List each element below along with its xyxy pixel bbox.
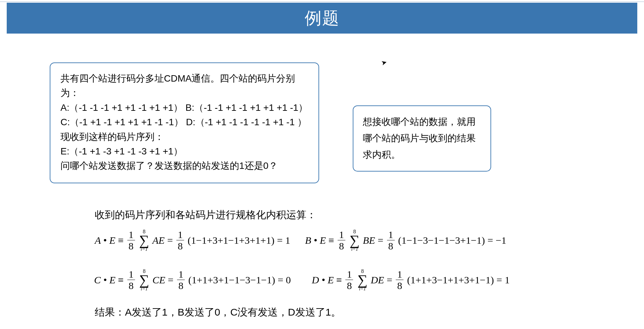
one-eighth: 1 8: [127, 269, 135, 291]
one-eighth: 1 8: [387, 229, 395, 251]
equiv-sign: ≡: [329, 235, 334, 246]
formula-B-term: BE: [363, 235, 375, 246]
one-eighth: 1 8: [177, 269, 185, 291]
formula-C-term: CE: [153, 274, 165, 285]
equals-sign: =: [387, 274, 392, 285]
formula-D: D • E ≡ 1 8 8 ∑ i=1 DE = 1 8 (1+1+3−1+1+…: [312, 269, 510, 291]
solution-heading: 收到的码片序列和各站码片进行规格化内积运算：: [95, 208, 316, 222]
frac-den: 8: [396, 280, 403, 291]
one-eighth: 1 8: [338, 229, 345, 251]
frac-den: 8: [338, 240, 345, 251]
sigma: 8 ∑ i=1: [139, 269, 149, 291]
frac-den: 8: [345, 280, 353, 291]
problem-box: 共有四个站进行码分多址CDMA通信。四个站的码片分别为： A:（-1 -1 -1…: [50, 62, 319, 183]
formula-B-lhs: B • E: [305, 235, 326, 246]
frac-den: 8: [177, 280, 185, 291]
formula-D-expansion: (1+1+3−1+1+3+1−1) = 1: [407, 274, 510, 285]
formula-B: B • E ≡ 1 8 8 ∑ i=1 BE = 1 8 (1−1−3−1−1−…: [305, 229, 506, 252]
frac-num: 1: [176, 229, 184, 240]
frac-num: 1: [387, 229, 395, 240]
banner-title: 例题: [305, 7, 340, 30]
problem-line-2: A:（-1 -1 -1 +1 +1 -1 +1 +1） B:（-1 -1 +1 …: [60, 100, 308, 115]
formula-B-expansion: (1−1−3−1−1−3+1−1) = −1: [398, 235, 506, 246]
formula-A-term: AE: [153, 235, 165, 246]
equiv-sign: ≡: [118, 274, 124, 285]
formula-A-expansion: (1−1+3+1−1+3+1+1) = 1: [188, 235, 290, 246]
mouse-cursor-icon: ➤: [380, 58, 388, 67]
formula-C-lhs: C • E: [94, 274, 116, 285]
formula-A: A • E ≡ 1 8 8 ∑ i=1 AE = 1 8 (1−1+3+1−1+…: [95, 229, 290, 252]
frac-den: 8: [176, 240, 184, 251]
formula-A-lhs: A • E: [95, 235, 116, 246]
frac-num: 1: [177, 269, 185, 280]
one-eighth: 1 8: [127, 229, 135, 251]
equals-sign: =: [167, 235, 173, 246]
one-eighth: 1 8: [345, 269, 353, 291]
frac-den: 8: [127, 280, 135, 291]
sigma-icon: ∑: [350, 234, 360, 247]
formula-D-term: DE: [371, 274, 384, 285]
equals-sign: =: [168, 274, 174, 285]
frac-den: 8: [387, 240, 395, 251]
one-eighth: 1 8: [176, 229, 184, 251]
sigma: 8 ∑ i=1: [357, 269, 368, 291]
frac-den: 8: [127, 240, 135, 251]
sigma-icon: ∑: [139, 234, 149, 247]
frac-num: 1: [127, 269, 135, 280]
frac-num: 1: [345, 269, 353, 280]
title-banner: 例题: [7, 3, 637, 34]
formula-C-expansion: (1+1+3+1−1−3−1−1) = 0: [188, 274, 291, 285]
top-rule: [0, 0, 644, 2]
problem-line-1: 共有四个站进行码分多址CDMA通信。四个站的码片分别为：: [60, 71, 308, 100]
problem-line-5: E:（-1 +1 -3 +1 -1 -3 +1 +1）: [60, 144, 308, 158]
frac-num: 1: [338, 229, 345, 240]
frac-num: 1: [396, 269, 403, 280]
problem-line-3: C:（-1 +1 -1 +1 +1 +1 -1 -1） D:（-1 +1 -1 …: [60, 115, 308, 129]
formula-C: C • E ≡ 1 8 8 ∑ i=1 CE = 1 8 (1+1+3+1−1−…: [94, 269, 291, 291]
result-line: 结果：A发送了1，B发送了0，C没有发送，D发送了1。: [95, 306, 341, 319]
one-eighth: 1 8: [396, 269, 403, 291]
sigma: 8 ∑ i=1: [350, 229, 360, 252]
hint-text: 想接收哪个站的数据，就用哪个站的码片与收到的结果求内积。: [363, 116, 476, 160]
hint-box: 想接收哪个站的数据，就用哪个站的码片与收到的结果求内积。: [353, 105, 491, 172]
equiv-sign: ≡: [336, 274, 342, 285]
frac-num: 1: [127, 229, 135, 240]
sigma-icon: ∑: [357, 274, 368, 287]
sigma-icon: ∑: [139, 274, 149, 287]
formula-D-lhs: D • E: [312, 274, 334, 285]
problem-line-6: 问哪个站发送数据了？发送数据的站发送的1还是0？: [60, 158, 308, 173]
problem-line-4: 现收到这样的码片序列：: [60, 130, 308, 144]
equals-sign: =: [378, 235, 383, 246]
sigma: 8 ∑ i=1: [139, 229, 149, 252]
equiv-sign: ≡: [118, 235, 124, 246]
